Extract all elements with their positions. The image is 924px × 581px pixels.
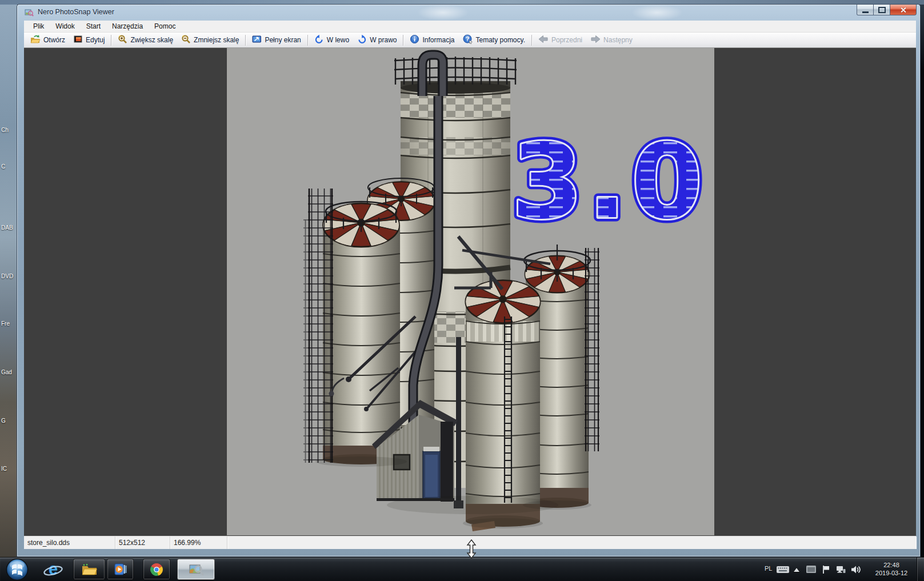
zoom-out-icon [181,34,191,46]
previous-arrow-icon [538,34,549,46]
menubar: Plik Widok Start Narzędzia Pomoc [24,21,916,33]
taskbar-media-player[interactable] [107,559,134,580]
rotate-right-button[interactable]: W prawo [353,34,401,47]
taskbar-internet-explorer[interactable]: e [41,559,65,580]
toolbar-separator [307,35,308,46]
toolbar-separator [403,35,403,46]
show-desktop-button[interactable] [917,558,924,581]
desktop-wallpaper-left: Ch C DAB DVD Fre Gad G IC [0,5,17,557]
photosnap-viewer-icon [189,563,204,576]
version-overlay-text: 3.0 3.0 3.0 [511,122,707,241]
taskbar-windows-explorer[interactable] [73,559,105,580]
help-topics-button[interactable]: ? Tematy pomocy. [459,34,529,47]
window-title: Nero PhotoSnap Viewer [38,8,114,16]
glass-reflection [417,5,469,21]
fullscreen-button[interactable]: Pełny ekran [248,34,305,47]
taskbar-chrome[interactable] [143,559,170,580]
fullscreen-icon [252,34,262,46]
language-indicator[interactable]: PL [765,565,772,572]
network-icon[interactable] [835,565,846,575]
taskbar-photosnap-viewer-active[interactable] [177,559,215,580]
desktop-wallpaper-top [0,0,924,5]
maximize-button[interactable] [874,5,890,15]
glass-reflection [631,5,683,21]
desktop-icon-label[interactable]: Ch [1,127,9,133]
zoom-in-icon [118,34,127,46]
edit-button[interactable]: Edytuj [69,34,109,47]
zoom-in-button[interactable]: Zwiększ skalę [114,34,177,47]
clock-date: 2019-03-12 [869,569,914,577]
scaffold-cage-left [303,189,333,463]
status-spacer [227,536,916,549]
desktop-icon-label[interactable]: G [1,418,6,424]
desktop-icon-label[interactable]: DVD [1,273,13,279]
show-hidden-icons-chevron[interactable] [793,567,800,574]
help-icon: ? [463,34,473,46]
minimize-button[interactable] [857,5,874,15]
screen: { "window": { "title": "Nero PhotoSnap V… [0,0,924,581]
mouse-cursor-resize-vertical [466,539,477,559]
status-zoom-level: 166.99% [170,536,227,549]
media-player-icon [113,563,127,576]
silo-render-image: 3.0 3.0 3.0 [227,48,714,535]
toolbar-separator [531,35,532,46]
clock[interactable]: 22:48 2019-03-12 [869,561,914,577]
desktop-icon-label[interactable]: IC [1,466,7,472]
status-dimensions: 512x512 [115,536,170,549]
svg-text:?: ? [465,35,469,42]
system-tray: PL 22:48 2019-03-12 [760,558,924,581]
menu-pomoc[interactable]: Pomoc [149,21,181,33]
zoom-out-button[interactable]: Zmniejsz skalę [177,34,243,47]
toolbar-separator [111,35,111,46]
chrome-icon [150,563,163,576]
desktop-icon-label[interactable]: Gad [1,369,12,375]
maximize-icon [878,7,886,13]
gadget-tray-icon[interactable] [806,565,817,575]
desktop-icon-label[interactable]: C [1,163,5,170]
menu-plik[interactable]: Plik [27,21,50,33]
edit-image-icon [73,34,83,46]
app-icon [25,8,34,19]
clock-time: 22:48 [869,561,914,569]
app-window: Nero PhotoSnap Viewer Plik Widok Start N… [17,5,920,556]
status-filename: store_silo.dds [24,536,115,549]
info-icon [410,34,419,46]
info-button[interactable]: Informacja [406,34,458,47]
desktop-icon-label[interactable]: DAB [1,225,13,231]
rotate-left-icon [314,34,324,46]
minimize-icon [862,11,869,13]
image-viewport[interactable]: 3.0 3.0 3.0 [24,48,916,536]
next-arrow-icon [590,34,601,46]
internet-explorer-ring-icon [43,566,63,576]
rotate-right-icon [357,34,367,46]
volume-speaker-icon[interactable] [850,565,861,575]
folder-icon [82,563,97,575]
taskbar: e PL [0,557,924,581]
desktop-wallpaper-right [920,5,924,557]
open-button[interactable]: Otwórz [26,34,69,47]
menu-start[interactable]: Start [81,21,106,33]
next-button[interactable]: Następny [586,34,637,47]
menu-narzedzia[interactable]: Narzędzia [106,21,149,33]
silo-front-right [466,281,541,531]
rotate-left-button[interactable]: W lewo [310,34,353,47]
open-folder-icon [30,34,41,46]
titlebar[interactable]: Nero PhotoSnap Viewer [17,5,920,21]
close-icon [899,6,907,14]
action-center-flag-icon[interactable] [822,565,831,575]
windows-start-orb-icon [6,558,29,581]
previous-button[interactable]: Poprzedni [534,34,586,47]
toolbar: Otwórz Edytuj Zwiększ skalę Zmniejsz ska… [24,33,916,48]
close-button[interactable] [890,5,917,15]
keyboard-icon[interactable] [776,565,790,575]
desktop-icon-label[interactable]: Fre [1,320,10,327]
window-controls [857,5,917,16]
toolbar-separator [245,35,246,46]
svg-text:3.0: 3.0 [511,122,707,241]
menu-widok[interactable]: Widok [50,21,80,33]
silo-front-left [323,202,400,464]
start-button[interactable] [5,559,30,580]
